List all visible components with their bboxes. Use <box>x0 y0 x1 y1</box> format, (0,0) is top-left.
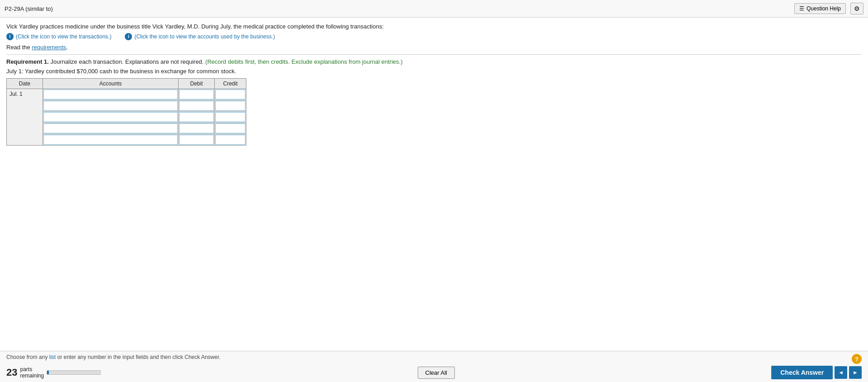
accounts-cell-5 <box>43 134 179 145</box>
table-row: Jul. 1 <box>7 89 246 100</box>
top-bar-actions: ☰ Question Help ⚙ <box>794 3 863 14</box>
transactions-info-link[interactable]: (Click the icon to view the transactions… <box>16 33 111 40</box>
debit-cell-2 <box>179 100 215 111</box>
requirement-label: Requirement 1. Journalize each transacti… <box>6 58 862 65</box>
prev-nav-button[interactable]: ◄ <box>835 366 847 379</box>
settings-button[interactable]: ⚙ <box>850 3 863 14</box>
intro-description: Vick Yardley practices medicine under th… <box>6 22 862 31</box>
accounts-info-link[interactable]: (Click the icon to view the accounts use… <box>134 33 275 40</box>
divider <box>6 54 862 55</box>
parts-label-line1: parts <box>20 366 44 373</box>
requirements-row: Read the requirements. <box>6 44 862 51</box>
table-row <box>7 111 246 123</box>
question-help-button[interactable]: ☰ Question Help <box>794 3 846 14</box>
main-content: Vick Yardley practices medicine under th… <box>0 18 868 351</box>
footer: Choose from any list or enter any number… <box>0 351 868 382</box>
hint-list-link[interactable]: list <box>49 354 56 360</box>
table-row <box>7 123 246 134</box>
col-header-date: Date <box>7 78 43 89</box>
accounts-cell-3 <box>43 111 179 123</box>
credit-cell-1 <box>215 89 246 100</box>
parts-label-group: parts remaining <box>20 366 44 379</box>
requirements-prefix: Read the <box>6 44 30 51</box>
credit-cell-3 <box>215 111 246 123</box>
credit-input-1[interactable] <box>215 90 245 99</box>
list-icon: ☰ <box>799 5 804 12</box>
debit-cell-5 <box>179 134 215 145</box>
accounts-input-4[interactable] <box>43 123 178 133</box>
footer-bottom-bar: 23 parts remaining Clear All Check Answe… <box>6 366 862 379</box>
transaction-description: July 1: Yardley contributed $70,000 cash… <box>6 68 862 75</box>
credit-input-5[interactable] <box>215 135 245 145</box>
footer-hint: Choose from any list or enter any number… <box>6 354 862 364</box>
requirements-link[interactable]: requirements <box>32 44 66 51</box>
progress-bar <box>47 370 101 375</box>
gear-icon: ⚙ <box>854 5 860 12</box>
check-answer-button[interactable]: Check Answer <box>771 366 833 379</box>
parts-count: 23 <box>6 367 17 378</box>
debit-input-5[interactable] <box>179 135 214 145</box>
accounts-input-3[interactable] <box>43 112 178 122</box>
col-header-accounts: Accounts <box>43 78 179 89</box>
debit-cell-1 <box>179 89 215 100</box>
requirements-period: . <box>66 44 68 51</box>
clear-all-button[interactable]: Clear All <box>418 367 455 379</box>
credit-cell-5 <box>215 134 246 145</box>
parts-label-line2: remaining <box>20 373 44 379</box>
debit-input-4[interactable] <box>179 123 214 133</box>
requirement-text: Journalize each transaction. Explanation… <box>49 58 204 65</box>
hint-prefix: Choose from any <box>6 354 49 360</box>
credit-cell-2 <box>215 100 246 111</box>
debit-cell-4 <box>179 123 215 134</box>
date-value: Jul. 1 <box>9 91 23 97</box>
col-header-credit: Credit <box>215 78 246 89</box>
journal-table: Date Accounts Debit Credit Jul. 1 <box>6 78 246 146</box>
progress-bar-fill <box>47 371 49 374</box>
transactions-info-item: i (Click the icon to view the transactio… <box>6 33 111 40</box>
table-row <box>7 134 246 145</box>
next-nav-button[interactable]: ► <box>849 366 862 379</box>
accounts-info-item: i (Click the icon to view the accounts u… <box>125 33 275 40</box>
accounts-cell-1 <box>43 89 179 100</box>
help-circle-icon[interactable]: ? <box>852 354 862 364</box>
accounts-input-2[interactable] <box>43 101 178 111</box>
table-row <box>7 100 246 111</box>
accounts-input-5[interactable] <box>43 135 178 145</box>
accounts-input-1[interactable] <box>43 90 178 99</box>
footer-right-controls: Check Answer ◄ ► <box>771 366 862 379</box>
top-bar: P2-29A (similar to) ☰ Question Help ⚙ <box>0 0 868 18</box>
transactions-info-icon[interactable]: i <box>6 33 14 40</box>
requirement-number: Requirement 1. <box>6 58 49 65</box>
hint-suffix: or enter any number in the input fields … <box>56 354 220 360</box>
debit-input-3[interactable] <box>179 112 214 122</box>
footer-center-controls: Clear All <box>418 367 455 379</box>
credit-cell-4 <box>215 123 246 134</box>
accounts-cell-4 <box>43 123 179 134</box>
credit-input-2[interactable] <box>215 101 245 111</box>
credit-input-3[interactable] <box>215 112 245 122</box>
debit-input-2[interactable] <box>179 101 214 111</box>
info-row: i (Click the icon to view the transactio… <box>6 33 862 40</box>
requirement-instruction: (Record debits first, then credits. Excl… <box>203 58 402 65</box>
debit-cell-3 <box>179 111 215 123</box>
debit-input-1[interactable] <box>179 90 214 99</box>
accounts-cell-2 <box>43 100 179 111</box>
credit-input-4[interactable] <box>215 123 245 133</box>
question-help-label: Question Help <box>807 5 841 12</box>
page-title: P2-29A (similar to) <box>5 5 53 12</box>
accounts-info-icon[interactable]: i <box>125 33 132 40</box>
date-cell: Jul. 1 <box>7 89 43 145</box>
parts-remaining: 23 parts remaining <box>6 366 101 379</box>
col-header-debit: Debit <box>179 78 215 89</box>
